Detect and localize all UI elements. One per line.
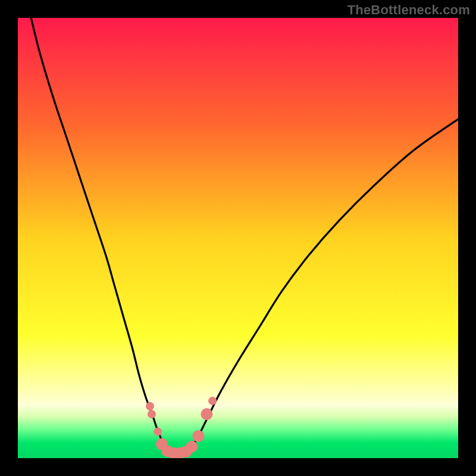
watermark-label: TheBottleneck.com [347, 2, 470, 18]
chart-frame: TheBottleneck.com [0, 0, 476, 476]
plot-area [18, 18, 458, 458]
svg-rect-0 [18, 18, 458, 458]
background-gradient [18, 18, 458, 458]
